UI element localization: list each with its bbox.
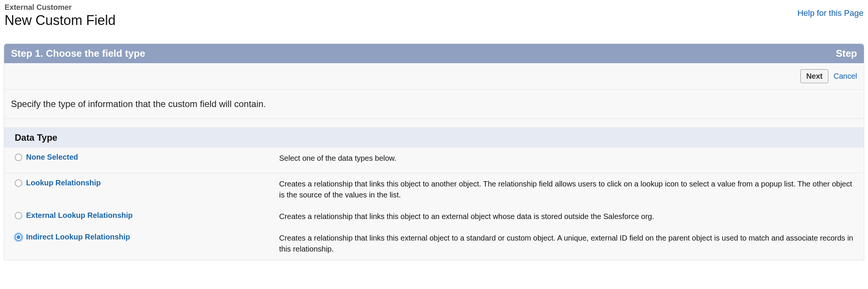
radio-label-lookup[interactable]: Lookup Relationship bbox=[26, 179, 101, 187]
radio-lookup[interactable] bbox=[15, 179, 22, 187]
step-indicator: Step bbox=[836, 48, 857, 59]
radio-group-lookup: Lookup Relationship bbox=[15, 179, 279, 187]
page-title: New Custom Field bbox=[5, 12, 116, 28]
step-instruction: Specify the type of information that the… bbox=[4, 90, 864, 119]
step-header: Step 1. Choose the field type Step bbox=[4, 44, 864, 63]
option-lookup: Lookup Relationship Creates a relationsh… bbox=[4, 173, 864, 206]
option-none-selected: None Selected Select one of the data typ… bbox=[4, 148, 864, 173]
help-link[interactable]: Help for this Page bbox=[797, 3, 863, 18]
radio-indirect-lookup[interactable] bbox=[15, 233, 22, 241]
radio-group-indirect-lookup: Indirect Lookup Relationship bbox=[15, 233, 279, 241]
radio-group-external-lookup: External Lookup Relationship bbox=[15, 211, 279, 220]
radio-label-external-lookup[interactable]: External Lookup Relationship bbox=[26, 211, 133, 220]
option-external-lookup: External Lookup Relationship Creates a r… bbox=[4, 206, 864, 227]
desc-indirect-lookup: Creates a relationship that links this e… bbox=[279, 233, 853, 255]
wizard-buttons-row: Next Cancel bbox=[4, 63, 864, 90]
radio-none[interactable] bbox=[15, 154, 22, 161]
section-spacer bbox=[4, 119, 864, 128]
desc-none: Select one of the data types below. bbox=[279, 153, 853, 164]
cancel-link[interactable]: Cancel bbox=[834, 72, 857, 81]
page-header: External Customer New Custom Field Help … bbox=[0, 0, 868, 28]
data-type-section-header: Data Type bbox=[4, 128, 864, 148]
header-title-block: External Customer New Custom Field bbox=[5, 3, 116, 28]
step-title: Step 1. Choose the field type bbox=[11, 48, 145, 59]
radio-external-lookup[interactable] bbox=[15, 212, 22, 219]
option-indirect-lookup: Indirect Lookup Relationship Creates a r… bbox=[4, 227, 864, 260]
desc-external-lookup: Creates a relationship that links this o… bbox=[279, 211, 853, 222]
next-button[interactable]: Next bbox=[800, 69, 828, 83]
object-name: External Customer bbox=[5, 3, 116, 12]
radio-label-none[interactable]: None Selected bbox=[26, 153, 78, 162]
radio-group-none: None Selected bbox=[15, 153, 279, 162]
desc-lookup: Creates a relationship that links this o… bbox=[279, 179, 853, 200]
wizard-panel: Step 1. Choose the field type Step Next … bbox=[4, 44, 864, 260]
radio-label-indirect-lookup[interactable]: Indirect Lookup Relationship bbox=[26, 233, 130, 241]
